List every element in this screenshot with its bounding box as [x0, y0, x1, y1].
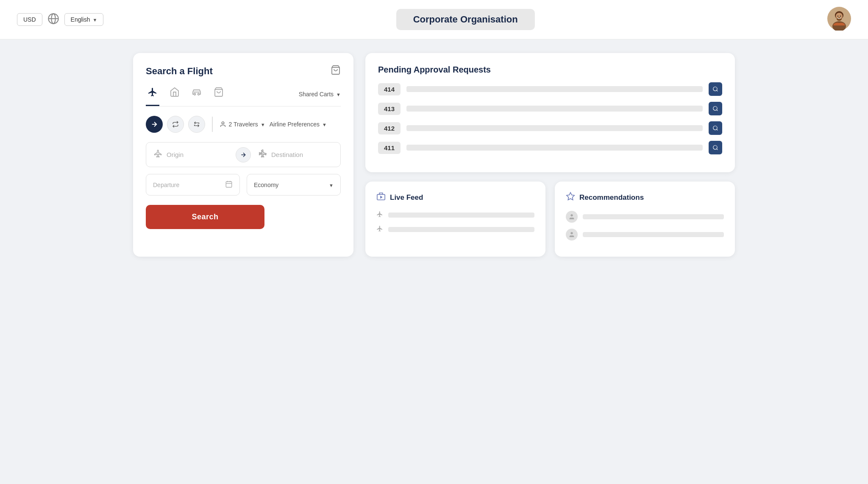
org-name: Corporate Organisation [396, 9, 535, 30]
shared-carts-label: Shared Carts [299, 91, 334, 98]
approval-item-413: 413 [378, 102, 722, 115]
feed-flight-icon-1 [376, 211, 383, 219]
search-flight-title: Search a Flight [146, 66, 213, 77]
approval-view-button-414[interactable] [709, 82, 722, 96]
approval-item-414: 414 [378, 82, 722, 96]
approval-num-412: 412 [378, 122, 401, 134]
shared-carts-button[interactable]: Shared Carts [299, 91, 341, 103]
options-row: Departure Economy [146, 174, 341, 196]
cart-icon[interactable] [331, 65, 341, 78]
svg-line-29 [717, 149, 718, 150]
svg-point-12 [194, 93, 196, 95]
airline-preferences-button[interactable]: Airline Preferences [270, 121, 327, 128]
economy-label: Economy [254, 182, 278, 188]
svg-point-26 [713, 126, 717, 130]
svg-point-34 [570, 232, 573, 234]
rec-item-1 [566, 211, 724, 223]
pending-approval-title: Pending Approval Requests [378, 65, 722, 75]
language-chevron-icon [92, 16, 97, 23]
rec-person-icon-2 [566, 229, 578, 241]
rec-bar-1 [583, 214, 724, 219]
route-row: Origin Destination [146, 142, 341, 167]
svg-point-24 [713, 106, 717, 110]
rec-bar-2 [583, 232, 724, 237]
economy-chevron-icon [329, 182, 334, 188]
tab-flight[interactable] [146, 87, 159, 106]
destination-field[interactable]: Destination [251, 143, 340, 167]
origin-field[interactable]: Origin [146, 143, 236, 167]
tab-hotel[interactable] [168, 87, 181, 106]
globe-icon [47, 13, 59, 26]
approval-item-411: 411 [378, 141, 722, 154]
route-swap-button[interactable] [236, 147, 251, 162]
approval-view-button-413[interactable] [709, 102, 722, 115]
panel-title: Search a Flight [146, 65, 341, 78]
destination-placeholder: Destination [271, 151, 303, 158]
recommendations-title: Recommendations [566, 192, 724, 203]
svg-marker-31 [380, 196, 383, 199]
main-content: Search a Flight [116, 39, 752, 270]
shared-carts-chevron-icon [336, 91, 341, 98]
approval-bar-411 [406, 145, 703, 151]
currency-button[interactable]: USD [17, 13, 42, 26]
svg-point-16 [222, 122, 224, 124]
approval-bar-414 [406, 86, 703, 92]
bottom-row: Live Feed [365, 182, 735, 257]
one-way-button[interactable] [146, 116, 163, 133]
header-center: Corporate Organisation [103, 9, 827, 30]
svg-point-33 [570, 214, 573, 216]
airline-pref-chevron-icon [322, 121, 327, 128]
travelers-chevron-icon [261, 121, 265, 128]
origin-placeholder: Origin [167, 151, 184, 158]
approval-bar-413 [406, 106, 703, 112]
approval-bar-412 [406, 125, 703, 131]
avatar-image [827, 7, 851, 31]
travelers-button[interactable]: 2 Travelers [220, 121, 265, 128]
approval-view-button-411[interactable] [709, 141, 722, 154]
flight-options-row: 2 Travelers Airline Preferences [146, 116, 341, 133]
svg-line-23 [717, 90, 718, 92]
search-button[interactable]: Search [146, 205, 264, 229]
roundtrip-button-1[interactable] [167, 116, 184, 133]
svg-point-13 [198, 93, 200, 95]
feed-item-2 [376, 225, 534, 234]
rec-item-2 [566, 229, 724, 241]
divider [212, 117, 213, 132]
origin-icon [154, 149, 162, 160]
tab-car[interactable] [190, 87, 203, 106]
departure-label: Departure [153, 182, 179, 188]
recommendations-icon [566, 192, 575, 203]
svg-point-28 [713, 145, 717, 149]
approval-num-411: 411 [378, 142, 401, 154]
svg-marker-32 [567, 193, 574, 200]
tab-basket[interactable] [212, 87, 225, 106]
svg-point-22 [713, 87, 717, 91]
avatar[interactable] [827, 7, 851, 32]
search-flight-panel: Search a Flight [133, 53, 353, 257]
approval-num-414: 414 [378, 83, 401, 95]
feed-flight-icon-2 [376, 225, 383, 234]
svg-point-10 [840, 16, 841, 17]
search-tabs-row: Shared Carts [146, 87, 341, 106]
destination-icon [259, 149, 267, 160]
approval-item-412: 412 [378, 121, 722, 135]
live-feed-panel: Live Feed [365, 182, 545, 257]
departure-field[interactable]: Departure [146, 174, 240, 196]
live-feed-title: Live Feed [376, 192, 534, 203]
rec-person-icon-1 [566, 211, 578, 223]
recommendations-panel: Recommendations [555, 182, 735, 257]
feed-bar-1 [388, 213, 534, 218]
svg-line-27 [717, 129, 718, 131]
travelers-label: 2 Travelers [229, 121, 258, 128]
calendar-icon [225, 180, 233, 189]
feed-item-1 [376, 211, 534, 219]
roundtrip-button-2[interactable] [188, 116, 205, 133]
economy-field[interactable]: Economy [247, 174, 341, 196]
header: USD English Corporate Organisation [0, 0, 868, 39]
approval-view-button-412[interactable] [709, 121, 722, 135]
pending-approval-panel: Pending Approval Requests 414 413 [365, 53, 735, 172]
language-button[interactable]: English [64, 13, 104, 26]
svg-point-9 [837, 16, 838, 17]
live-feed-title-text: Live Feed [390, 193, 423, 202]
language-label: English [71, 16, 90, 23]
